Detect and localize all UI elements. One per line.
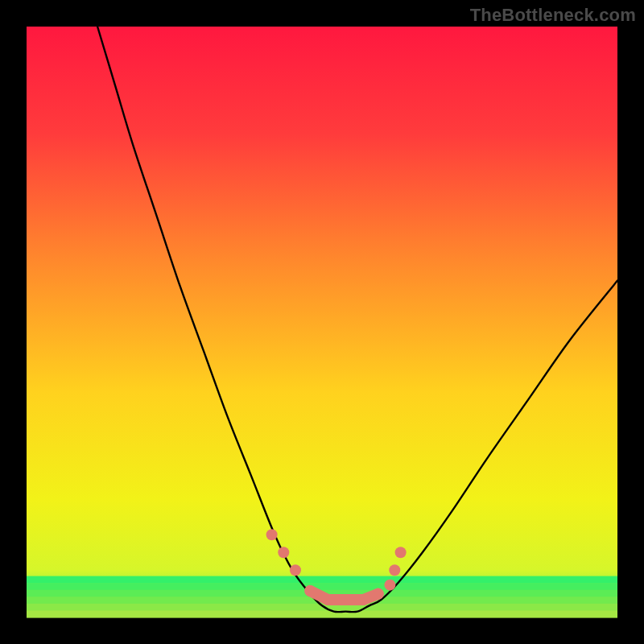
bottom-stripe — [27, 610, 617, 617]
curve-marker — [278, 547, 289, 558]
bottom-stripe — [27, 583, 617, 590]
curve-marker — [395, 547, 407, 558]
bottleneck-curve — [97, 27, 617, 612]
watermark-text: TheBottleneck.com — [470, 5, 636, 26]
curve-marker — [290, 564, 301, 576]
chart-frame: TheBottleneck.com — [0, 0, 644, 644]
curve-marker — [389, 564, 400, 576]
curve-marker — [384, 580, 395, 591]
curve-marker — [266, 529, 278, 540]
bottom-stripe — [27, 576, 617, 584]
chart-svg — [27, 27, 617, 617]
